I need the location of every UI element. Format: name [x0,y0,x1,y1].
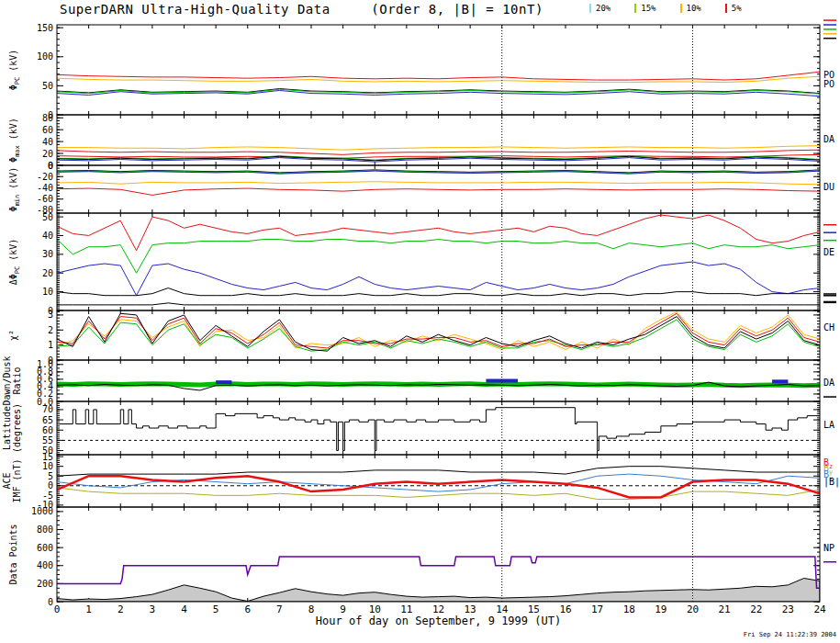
svg-text:40: 40 [42,137,53,147]
svg-text:55: 55 [42,435,53,446]
svg-text:Ratio: Ratio [12,367,22,394]
panel-dawn-dusk-ratio: 1.00.80.60.40.20.0Dawn/DuskRatioDA [2,355,836,406]
svg-text:Φmin (kV): Φmin (kV) [8,167,21,212]
svg-text:50: 50 [42,81,53,91]
svg-text:65: 65 [42,415,53,425]
panel-chi-squared: 3210χ²CH [8,296,836,366]
svg-text:5: 5 [48,471,53,481]
series-dpc-blue [57,262,820,296]
right-label-delta-phi-pc: DE [823,247,834,257]
series-np-histogram-gray [57,578,820,602]
series-dusk-orange [57,182,820,185]
svg-text:(degrees): (degrees) [12,403,22,453]
series-dawn-red [57,150,820,154]
svg-text:χ²: χ² [8,330,18,341]
svg-text:50: 50 [42,212,53,222]
svg-text:Data Points: Data Points [8,524,18,584]
svg-text:100: 100 [37,51,53,62]
svg-text:ACE: ACE [2,472,12,489]
svg-text:70: 70 [42,404,53,414]
svg-text:0: 0 [48,161,53,171]
svg-text:150: 150 [37,23,53,33]
svg-text:Latitude: Latitude [2,406,12,450]
svg-text:600: 600 [37,543,53,553]
x-axis-label: Hour of day on September, 9 1999 (UT) [57,615,820,627]
right-label-data-points: NP [823,543,834,553]
svg-text:-60: -60 [37,194,53,204]
right-label-dawn-dusk-ratio: DA [823,378,834,388]
svg-text:1000: 1000 [31,506,53,516]
timestamp: Fri Sep 24 11:22:39 2004 [744,631,836,638]
series-chi-orange [57,312,820,350]
svg-text:0: 0 [48,480,53,491]
svg-text:80: 80 [42,113,53,123]
right-label-phi-min: DU [823,182,834,192]
svg-text:800: 800 [37,525,53,535]
svg-text:Dawn/Dusk: Dawn/Dusk [2,355,12,405]
svg-text:1: 1 [48,340,53,350]
svg-text:30: 30 [42,249,53,259]
superdarn-plot-page: SuperDARN Ultra-High-Quality Data (Order… [0,0,840,643]
series-dpc-red [57,215,820,251]
svg-text:400: 400 [37,560,53,570]
series-dawn-orange [57,146,820,151]
panel-phi-pc: 150100500ΦPC (kV)POPO [8,20,836,119]
series-pot-red [57,72,820,80]
svg-text:10: 10 [42,287,53,297]
svg-text:20: 20 [42,268,53,278]
panel-phi-min: 0-20-40-60-80Φmin (kV)DU [8,161,834,216]
panel-data-points: 10008006004002000Data PointsNP [8,506,836,606]
svg-text:3: 3 [48,310,53,320]
right-label-phi-pc: PO [823,79,834,89]
panel-phi-max: 806040200Φmax (kV)DA [8,113,834,171]
series-np-limit-purple [57,557,820,588]
series-imf-by-olive [57,488,820,500]
svg-text:60: 60 [42,425,53,435]
svg-text:60: 60 [42,125,53,135]
series-dpc-black [57,288,820,296]
right-label-phi-max: DA [823,134,834,144]
svg-text:200: 200 [37,579,53,589]
panel-latitude: 7065605550Latitude(degrees)LA [2,401,834,456]
svg-text:40: 40 [42,231,53,241]
right-label-latitude: LA [823,420,834,430]
svg-text:IMF (nT): IMF (nT) [12,458,22,502]
svg-text:-40: -40 [37,183,53,193]
series-imf-btotal-black [57,467,820,477]
svg-text:10: 10 [42,461,53,471]
series-dpc-green [57,240,820,274]
svg-text:-20: -20 [37,172,53,182]
svg-text:-5: -5 [42,491,53,501]
panel-delta-phi-pc: 50403020100ΔΦPC (kV)DE [8,212,836,316]
svg-text:ΔΦPC (kV): ΔΦPC (kV) [8,239,21,286]
svg-text:0: 0 [48,597,53,607]
series-latitude-black [57,408,820,451]
svg-text:15: 15 [42,452,53,462]
svg-text:20: 20 [42,149,53,159]
right-label-chi-squared: CH [823,322,834,333]
svg-text:2: 2 [48,325,53,335]
series-dusk-red [57,188,820,195]
panel-ace-imf: 151050-5-10ACEIMF (nT)BzByBx|B| [2,452,840,511]
svg-text:Φmax (kV): Φmax (kV) [8,118,21,163]
series-dpc-black2 [57,303,820,305]
series-chi-green [57,320,820,351]
svg-text:ΦPC (kV): ΦPC (kV) [8,50,21,91]
right-label-ace-imf: |B| [823,477,840,488]
multi-panel-chart: 150100500ΦPC (kV)POPO806040200Φmax (kV)D… [0,0,840,643]
series-imf-bz-red [57,476,820,497]
